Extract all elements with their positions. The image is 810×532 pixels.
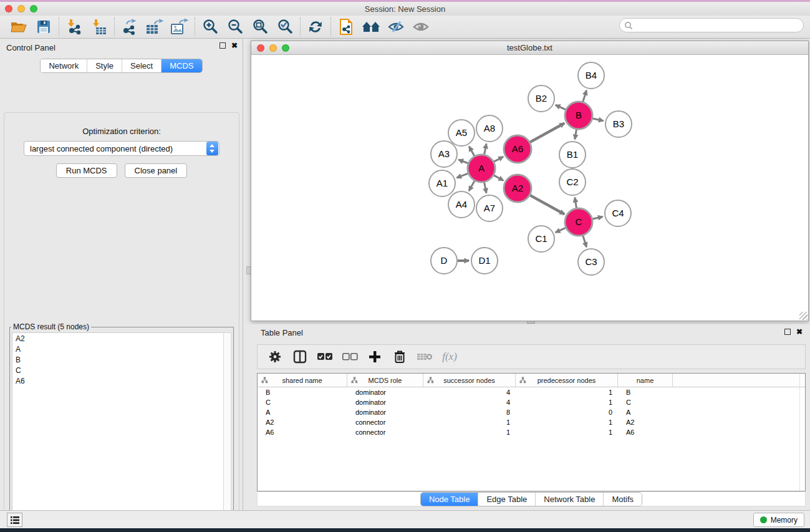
table-cell[interactable]: connector [347, 428, 423, 436]
table-cell[interactable]: A [258, 409, 347, 416]
network-edge-A-A5[interactable] [469, 147, 475, 156]
split-columns-button[interactable] [289, 347, 311, 367]
column-header-MCDS-role[interactable]: MCDS role [347, 374, 423, 387]
tab-style[interactable]: Style [87, 59, 122, 72]
network-node-B[interactable]: B [565, 102, 592, 129]
mcds-result-item[interactable]: A2 [12, 333, 227, 344]
table-cell[interactable]: C [618, 399, 673, 406]
network-node-B3[interactable]: B3 [605, 111, 632, 137]
network-edge-B-B2[interactable] [556, 105, 566, 109]
table-cell[interactable]: dominator [347, 399, 423, 406]
network-edge-A-A8[interactable] [485, 143, 486, 154]
network-node-C4[interactable]: C4 [605, 200, 631, 226]
network-node-C2[interactable]: C2 [559, 169, 586, 195]
network-node-D[interactable]: D [431, 248, 457, 274]
mcds-result-item[interactable]: B [12, 354, 227, 365]
table-cell[interactable]: 1 [516, 418, 618, 426]
export-image-button[interactable] [167, 17, 192, 37]
network-edge-A2-C[interactable] [530, 195, 564, 214]
table-row[interactable]: A2connector11A2 [258, 417, 805, 427]
import-table-button[interactable] [87, 17, 112, 37]
table-cell[interactable]: A2 [618, 418, 673, 426]
network-edge-B-B1[interactable] [575, 130, 576, 140]
network-edge-A-A7[interactable] [485, 183, 486, 193]
network-edge-A-A4[interactable] [469, 181, 475, 191]
table-cell[interactable]: 1 [423, 428, 516, 436]
network-node-A1[interactable]: A1 [429, 170, 455, 196]
table-cell[interactable]: A2 [258, 418, 347, 426]
network-edge-A-A2[interactable] [494, 175, 503, 180]
table-row[interactable]: Adominator80A [258, 407, 805, 417]
refresh-button[interactable] [303, 17, 328, 37]
hide-graphics-details-button[interactable] [383, 17, 408, 37]
network-node-A7[interactable]: A7 [476, 195, 503, 221]
close-panel-button[interactable]: Close panel [125, 163, 188, 178]
zoom-in-button[interactable] [198, 17, 223, 37]
table-cell[interactable]: dominator [347, 409, 423, 416]
table-cell[interactable]: connector [347, 418, 423, 426]
table-scrollbar[interactable] [799, 374, 800, 491]
export-table-button[interactable] [142, 17, 167, 37]
network-node-A8[interactable]: A8 [476, 115, 503, 142]
network-node-A6[interactable]: A6 [504, 135, 531, 163]
network-node-A2[interactable]: A2 [504, 175, 531, 202]
search-input[interactable] [633, 20, 803, 31]
delete-table-button[interactable] [413, 347, 436, 367]
node-table[interactable]: shared nameMCDS rolesuccessor nodesprede… [257, 373, 806, 491]
network-node-A3[interactable]: A3 [431, 141, 457, 167]
table-cell[interactable]: C [258, 399, 347, 406]
table-cell[interactable]: A [618, 409, 673, 416]
float-table-panel-icon[interactable] [784, 329, 791, 335]
column-header-successor-nodes[interactable]: successor nodes [423, 374, 516, 387]
table-cell[interactable]: 1 [516, 399, 618, 406]
table-cell[interactable]: 4 [423, 399, 516, 406]
network-edge-A-A3[interactable] [458, 160, 468, 163]
minimize-view-button[interactable] [269, 44, 277, 52]
close-view-button[interactable] [257, 44, 264, 52]
network-node-A[interactable]: A [468, 155, 495, 182]
network-node-A4[interactable]: A4 [448, 191, 475, 218]
network-node-B1[interactable]: B1 [559, 142, 586, 168]
table-row[interactable]: Cdominator41C [258, 397, 805, 407]
table-cell[interactable]: 8 [423, 409, 516, 416]
close-table-panel-icon[interactable]: ✖ [796, 329, 803, 335]
table-cell[interactable]: B [258, 389, 347, 396]
tab-motifs[interactable]: Motifs [604, 493, 642, 506]
tab-network[interactable]: Network [41, 59, 87, 72]
network-node-C[interactable]: C [565, 208, 592, 236]
network-edge-C-C4[interactable] [592, 216, 602, 219]
optimization-criterion-dropdown[interactable]: largest connected component (directed) [24, 141, 219, 156]
zoom-window-button[interactable] [30, 5, 37, 12]
select-all-button[interactable] [314, 347, 336, 367]
table-cell[interactable]: A6 [618, 428, 673, 436]
close-panel-icon[interactable]: ✖ [231, 42, 238, 49]
import-network-button[interactable] [62, 17, 87, 37]
network-edge-C-C3[interactable] [583, 236, 587, 247]
table-cell[interactable]: 1 [516, 428, 618, 436]
minimize-window-button[interactable] [17, 5, 25, 12]
network-node-B2[interactable]: B2 [528, 85, 554, 112]
zoom-fit-button[interactable] [248, 17, 272, 37]
network-edge-A-A1[interactable] [456, 173, 468, 178]
mcds-result-item[interactable]: A6 [12, 375, 227, 386]
mcds-result-scrollbar[interactable] [223, 332, 231, 532]
export-network-button[interactable] [117, 17, 142, 37]
tab-mcds[interactable]: MCDS [162, 59, 201, 72]
show-graphics-details-button[interactable] [408, 17, 433, 37]
delete-columns-button[interactable] [388, 347, 411, 367]
task-history-button[interactable] [7, 513, 22, 527]
mcds-result-item[interactable]: A [12, 344, 227, 354]
tab-select[interactable]: Select [122, 59, 162, 72]
table-cell[interactable]: 0 [516, 409, 618, 416]
network-edge-C-C1[interactable] [556, 228, 566, 232]
table-cell[interactable]: B [618, 389, 673, 396]
network-node-C1[interactable]: C1 [528, 226, 554, 252]
home-button[interactable] [359, 17, 383, 37]
column-header-shared-name[interactable]: shared name [258, 374, 347, 387]
network-node-B4[interactable]: B4 [578, 62, 604, 89]
table-cell[interactable]: 4 [423, 389, 516, 396]
network-edge-C-C2[interactable] [575, 198, 577, 208]
run-mcds-button[interactable]: Run MCDS [56, 163, 117, 178]
network-window-titlebar[interactable]: testGlobe.txt [251, 41, 808, 55]
function-builder-button[interactable]: f(x) [438, 347, 461, 367]
